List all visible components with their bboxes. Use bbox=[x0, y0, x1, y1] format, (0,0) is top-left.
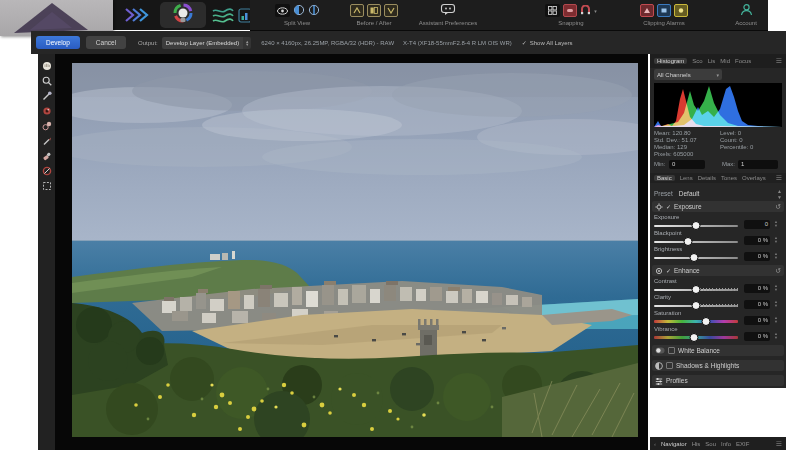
snapping-dropdown-caret[interactable]: ▾ bbox=[594, 8, 597, 14]
tab-tones[interactable]: Tones bbox=[721, 175, 737, 181]
reset-icon[interactable]: ↺ bbox=[775, 267, 781, 275]
overlay-gradient-tool[interactable] bbox=[41, 165, 52, 176]
single-view-icon[interactable] bbox=[275, 4, 290, 17]
snap-grid-icon[interactable] bbox=[545, 4, 560, 17]
tab-exif[interactable]: EXIF bbox=[736, 441, 749, 447]
clipping-alarms-label: Clipping Alarms bbox=[634, 20, 694, 26]
slider-value[interactable]: 0 bbox=[744, 220, 770, 229]
zoom-tool[interactable] bbox=[41, 75, 52, 86]
max-input[interactable]: 1 bbox=[738, 160, 778, 169]
split-before-after-icon[interactable] bbox=[367, 4, 381, 17]
sampler-tool[interactable] bbox=[41, 180, 52, 191]
shadows-highlights-checkbox[interactable] bbox=[666, 362, 673, 369]
split-view-icon[interactable] bbox=[293, 2, 305, 20]
slider-knob[interactable] bbox=[690, 333, 699, 342]
slider-value[interactable]: 0 % bbox=[744, 332, 770, 341]
white-balance-section-header[interactable]: White Balance bbox=[652, 345, 784, 356]
tab-histogram[interactable]: Histogram bbox=[654, 58, 687, 64]
enhance-section-header[interactable]: ✓ Enhance ↺ bbox=[652, 265, 784, 276]
tone-mapping-persona-icon[interactable] bbox=[212, 7, 234, 27]
snap-magnet-icon[interactable] bbox=[580, 2, 591, 20]
adjust-panel-menu-icon[interactable]: ☰ bbox=[776, 174, 782, 182]
shadows-highlights-section-header[interactable]: Shadows & Highlights bbox=[652, 360, 784, 371]
tab-lens[interactable]: Lens bbox=[680, 175, 693, 181]
show-all-layers-checkbox[interactable]: ✓ bbox=[522, 39, 527, 46]
histogram-stats-right: Level: 0 Count: 0 Percentile: 0 bbox=[720, 130, 753, 151]
account-icon[interactable] bbox=[740, 2, 753, 20]
tab-focus[interactable]: Focus bbox=[735, 58, 751, 64]
slider-knob[interactable] bbox=[692, 221, 701, 230]
blemish-removal-tool[interactable] bbox=[41, 120, 52, 131]
slider-knob[interactable] bbox=[692, 301, 701, 310]
stepper-icon[interactable]: ▲▼ bbox=[774, 236, 778, 244]
enhance-checkbox[interactable]: ✓ bbox=[666, 267, 671, 274]
slider-value[interactable]: 0 % bbox=[744, 300, 770, 309]
slider-knob[interactable] bbox=[683, 237, 692, 246]
min-label: Min: bbox=[654, 161, 665, 167]
preset-row: Preset Default ▲▼ bbox=[654, 188, 782, 199]
min-input[interactable]: 0 bbox=[669, 160, 705, 169]
after-icon[interactable] bbox=[384, 4, 398, 17]
develop-button[interactable]: Develop bbox=[36, 36, 80, 49]
photo-st-ives[interactable] bbox=[72, 63, 638, 437]
tab-basic[interactable]: Basic bbox=[654, 175, 675, 181]
preset-select[interactable]: Default bbox=[679, 190, 700, 197]
view-hand-tool[interactable] bbox=[41, 60, 52, 71]
slider-value[interactable]: 0 % bbox=[744, 284, 770, 293]
saturation-slider: Saturation 0 % ▲▼ bbox=[652, 310, 784, 326]
preset-stepper-icon[interactable]: ▲▼ bbox=[777, 188, 782, 200]
gamut-clip-icon[interactable] bbox=[674, 4, 688, 17]
stepper-icon[interactable]: ▲▼ bbox=[774, 284, 778, 292]
red-eye-removal-tool[interactable] bbox=[41, 105, 52, 116]
tab-list[interactable]: Lis bbox=[708, 58, 716, 64]
max-label: Max: bbox=[722, 161, 735, 167]
output-select-stepper[interactable]: ▲▼ bbox=[243, 37, 251, 49]
before-after-group: Before / After bbox=[344, 3, 404, 26]
split-view-label: Split View bbox=[258, 20, 336, 26]
show-all-layers-label[interactable]: Show All Layers bbox=[530, 40, 573, 46]
snap-toggle-icon[interactable] bbox=[563, 4, 577, 17]
tab-info[interactable]: Info bbox=[721, 441, 731, 447]
panel-menu-icon[interactable]: ☰ bbox=[776, 57, 782, 65]
white-balance-tool[interactable] bbox=[41, 90, 52, 101]
tab-overlays[interactable]: Overlays bbox=[742, 175, 766, 181]
reset-icon[interactable]: ↺ bbox=[775, 203, 781, 211]
white-balance-checkbox[interactable] bbox=[668, 347, 675, 354]
stepper-icon[interactable]: ▲▼ bbox=[774, 316, 778, 324]
highlight-clip-icon[interactable] bbox=[657, 4, 671, 17]
slider-knob[interactable] bbox=[692, 285, 701, 294]
slider-knob[interactable] bbox=[690, 253, 699, 262]
mirror-view-icon[interactable] bbox=[308, 2, 320, 20]
overlay-paint-tool[interactable] bbox=[41, 135, 52, 146]
bottom-panel-menu-icon[interactable]: ☰ bbox=[776, 440, 782, 448]
stepper-icon[interactable]: ▲▼ bbox=[774, 332, 778, 340]
slider-value[interactable]: 0 % bbox=[744, 316, 770, 325]
channel-select[interactable]: All Channels ▾ bbox=[654, 69, 722, 80]
slider-value[interactable]: 0 % bbox=[744, 252, 770, 261]
assistant-icon[interactable] bbox=[440, 2, 456, 20]
shadow-clip-icon[interactable] bbox=[640, 4, 654, 17]
collapse-chevron-icon[interactable]: ‹ bbox=[654, 441, 656, 447]
cancel-button[interactable]: Cancel bbox=[86, 36, 126, 49]
liquify-persona-icon[interactable] bbox=[124, 6, 150, 28]
exposure-checkbox[interactable]: ✓ bbox=[666, 203, 671, 210]
output-select[interactable]: Develop Layer (Embedded) bbox=[162, 37, 243, 49]
stepper-icon[interactable]: ▲▼ bbox=[774, 300, 778, 308]
tab-scope[interactable]: Sco bbox=[692, 58, 702, 64]
stepper-icon[interactable]: ▲▼ bbox=[774, 252, 778, 260]
overlay-erase-tool[interactable] bbox=[41, 150, 52, 161]
chevron-down-icon: ▾ bbox=[716, 72, 719, 78]
tab-mid[interactable]: Mid bbox=[720, 58, 730, 64]
exposure-section-header[interactable]: ✓ Exposure ↺ bbox=[652, 201, 784, 212]
tab-navigator[interactable]: Navigator bbox=[661, 441, 687, 447]
develop-persona-icon[interactable] bbox=[160, 2, 206, 28]
profiles-section-header[interactable]: Profiles bbox=[652, 375, 784, 386]
stepper-icon[interactable]: ▲▼ bbox=[774, 220, 778, 228]
slider-value[interactable]: 0 % bbox=[744, 236, 770, 245]
tab-sources[interactable]: Sou bbox=[705, 441, 716, 447]
tab-details[interactable]: Details bbox=[698, 175, 716, 181]
slider-knob[interactable] bbox=[702, 317, 711, 326]
tab-history[interactable]: His bbox=[692, 441, 701, 447]
exposure-slider: Exposure 0 ▲▼ bbox=[652, 214, 784, 230]
before-icon[interactable] bbox=[350, 4, 364, 17]
